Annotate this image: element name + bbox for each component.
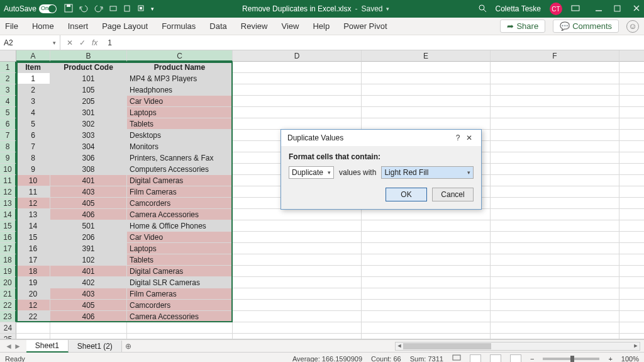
cell-item[interactable]: 4	[16, 107, 50, 118]
cell[interactable]	[491, 107, 619, 118]
cell-code[interactable]: 406	[50, 311, 127, 322]
cell[interactable]	[619, 130, 644, 141]
row-header[interactable]: 24	[0, 322, 16, 334]
cell[interactable]	[362, 322, 491, 334]
cell[interactable]	[619, 141, 644, 152]
cell-item[interactable]: 6	[16, 130, 50, 141]
cell-name[interactable]: Monitors	[127, 141, 233, 152]
cell[interactable]	[619, 107, 644, 118]
cell-item[interactable]: 3	[16, 96, 50, 107]
horizontal-scrollbar[interactable]: ◄ ►	[395, 342, 640, 351]
row-header[interactable]: 1	[0, 62, 16, 73]
zoom-out-button[interactable]: −	[530, 355, 534, 363]
cell-item[interactable]: 2	[16, 84, 50, 96]
cell[interactable]	[233, 243, 362, 254]
cell-name[interactable]: MP4 & MP3 Players	[127, 73, 233, 84]
cell[interactable]	[619, 300, 644, 311]
cell-name[interactable]: Film Cameras	[127, 186, 233, 198]
cell[interactable]	[619, 277, 644, 288]
dialog-close-icon[interactable]: ✕	[464, 133, 475, 142]
column-header[interactable]: D	[233, 50, 362, 62]
select-all-corner[interactable]	[0, 50, 16, 62]
formula-input[interactable]: 1	[104, 38, 644, 47]
column-header[interactable]: C	[127, 50, 233, 62]
ribbon-tab-power-pivot[interactable]: Power Pivot	[343, 21, 387, 31]
qat-icon[interactable]	[123, 4, 131, 14]
cell[interactable]	[491, 232, 619, 243]
cell[interactable]	[619, 232, 644, 243]
row-header[interactable]: 25	[0, 334, 16, 339]
cell[interactable]	[50, 322, 127, 334]
scroll-right-icon[interactable]: ►	[632, 342, 640, 349]
toggle-switch[interactable]: On	[39, 4, 57, 13]
ok-button[interactable]: OK	[386, 188, 427, 201]
cell-name[interactable]: Camcorders	[127, 198, 233, 209]
cell[interactable]	[362, 118, 491, 130]
row-header[interactable]: 15	[0, 220, 16, 232]
cell-code[interactable]: 205	[50, 96, 127, 107]
column-header[interactable]: E	[362, 50, 491, 62]
cell[interactable]	[619, 243, 644, 254]
cell[interactable]	[127, 322, 233, 334]
cell-name[interactable]: Laptops	[127, 243, 233, 254]
cell[interactable]	[233, 300, 362, 311]
cell-name[interactable]: Home & Office Phones	[127, 220, 233, 232]
cell[interactable]	[127, 334, 233, 339]
cell[interactable]	[491, 266, 619, 277]
qat-icon[interactable]	[109, 4, 117, 14]
cell-name[interactable]: Tablets	[127, 118, 233, 130]
cancel-button[interactable]: Cancel	[432, 188, 474, 201]
row-header[interactable]: 18	[0, 254, 16, 266]
chevron-down-icon[interactable]: ▾	[386, 6, 389, 12]
cell[interactable]	[491, 254, 619, 266]
cell[interactable]	[619, 288, 644, 300]
cell-name[interactable]: Laptops	[127, 107, 233, 118]
dialog-titlebar[interactable]: Duplicate Values ? ✕	[281, 130, 481, 146]
cell[interactable]	[491, 152, 619, 164]
cell-name[interactable]: Film Cameras	[127, 288, 233, 300]
ribbon-tab-formulas[interactable]: Formulas	[162, 21, 196, 31]
cell-item[interactable]: 20	[16, 288, 50, 300]
row-header[interactable]: 14	[0, 209, 16, 220]
cell[interactable]	[16, 322, 50, 334]
cell[interactable]	[619, 266, 644, 277]
cell-name[interactable]: Car Video	[127, 232, 233, 243]
cell-name[interactable]: Digital SLR Cameras	[127, 277, 233, 288]
zoom-in-button[interactable]: +	[608, 355, 612, 363]
cell[interactable]	[491, 277, 619, 288]
ribbon-tab-insert[interactable]: Insert	[68, 21, 89, 31]
autosave-toggle[interactable]: AutoSave On	[4, 4, 57, 13]
row-header[interactable]: 7	[0, 130, 16, 141]
cell[interactable]	[362, 84, 491, 96]
cell-name[interactable]: Computers Accessories	[127, 164, 233, 175]
cell-item[interactable]: 16	[16, 243, 50, 254]
cell[interactable]	[491, 288, 619, 300]
cell[interactable]	[233, 288, 362, 300]
cell-name[interactable]: Camera Accessories	[127, 209, 233, 220]
cell[interactable]	[619, 175, 644, 186]
cell[interactable]	[619, 164, 644, 175]
row-header[interactable]: 23	[0, 311, 16, 322]
cell[interactable]	[491, 84, 619, 96]
row-header[interactable]: 22	[0, 300, 16, 311]
enter-formula-icon[interactable]: ✓	[79, 38, 86, 47]
cell-name[interactable]: Headphones	[127, 84, 233, 96]
zoom-level[interactable]: 100%	[621, 355, 639, 363]
cell[interactable]	[50, 334, 127, 339]
sheet-tab-active[interactable]: Sheet1	[26, 340, 69, 353]
cell[interactable]	[491, 62, 619, 73]
cell[interactable]	[233, 311, 362, 322]
cell[interactable]	[362, 209, 491, 220]
row-header[interactable]: 21	[0, 288, 16, 300]
sheet-tab[interactable]: Sheet1 (2)	[69, 341, 122, 352]
fill-style-select[interactable]: Light Red Fill▾	[381, 166, 474, 179]
cell[interactable]	[619, 152, 644, 164]
cell-item[interactable]: 8	[16, 152, 50, 164]
cell[interactable]	[362, 62, 491, 73]
cell[interactable]	[491, 198, 619, 209]
cell-code[interactable]: 301	[50, 107, 127, 118]
cell-item[interactable]: 15	[16, 232, 50, 243]
cell-code[interactable]: 303	[50, 130, 127, 141]
cell-name[interactable]: Digital Cameras	[127, 175, 233, 186]
cell[interactable]	[619, 96, 644, 107]
